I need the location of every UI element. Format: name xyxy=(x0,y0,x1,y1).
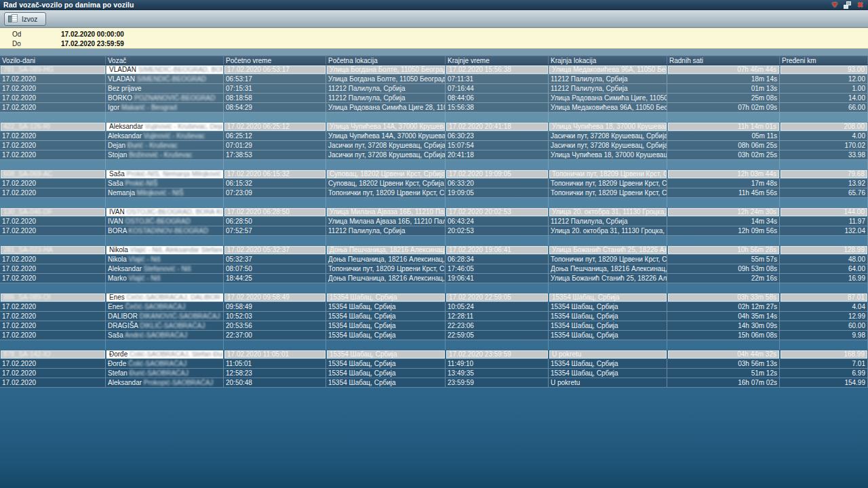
cell-end-location[interactable]: 15354 Шабац, Србија xyxy=(549,312,667,321)
group-summary-row[interactable]: 608_ŠA-069-ACSaša Prokić-NIŠ, Nemanja Mi… xyxy=(0,169,868,179)
cell-work-hours[interactable]: 04h 35m 14s xyxy=(667,312,780,321)
cell-driver[interactable]: Marko Vlajić - Niš xyxy=(106,274,224,283)
cell-km[interactable]: 7.01 xyxy=(780,359,868,368)
cell-end-time[interactable]: 06:28:34 xyxy=(446,255,549,264)
cell-start-location[interactable]: 15354 Шабац, Србија xyxy=(326,378,446,387)
cell-start-time[interactable]: 17.02.2020 05:32:37 xyxy=(224,246,326,254)
cell-start-location[interactable]: Улица Богдана Болте, 11050 Београд, Ср..… xyxy=(326,75,446,83)
cell-work-hours[interactable]: 12h 03m 44s xyxy=(668,170,779,178)
group-summary-row[interactable]: 281_ŠA-023-HANikola Vlajić - Niš, Aleksa… xyxy=(0,245,868,255)
close-icon[interactable]: ✖ xyxy=(856,1,865,9)
cell-end-time[interactable]: 07:16:44 xyxy=(446,84,549,93)
cell-end-time[interactable]: 17:46:05 xyxy=(446,264,549,273)
cell-start-time[interactable]: 17:38:53 xyxy=(224,150,326,159)
cell-end-time[interactable]: 23:59:59 xyxy=(446,378,549,387)
table-row[interactable]: 17.02.2020Igor Makarić - Beograd08:54:29… xyxy=(0,103,868,113)
table-row[interactable]: 17.02.2020Marko Vlajić - Niš18:44:25Доња… xyxy=(0,274,868,283)
cell-start-time[interactable]: 22:37:00 xyxy=(224,331,326,340)
cell-driver[interactable]: BORKO POZNANOVIĆ-BEOGRAD xyxy=(106,94,224,102)
cell-start-location[interactable]: 15354 Шабац, Србија xyxy=(326,302,446,311)
table-row[interactable]: 17.02.2020Aleksandar Vujinović - Kruševa… xyxy=(0,131,868,141)
cell-driver[interactable]: Saša Prokić-NIŠ xyxy=(106,179,224,188)
cell-driver[interactable]: VLADAN SIMENDIĆ-BEOGRAD xyxy=(106,75,224,83)
cell-start-time[interactable]: 08:54:29 xyxy=(224,103,326,112)
cell-work-hours[interactable]: 04h 44m 32s xyxy=(668,350,779,359)
cell-work-hours[interactable]: 18m 14s xyxy=(667,75,780,83)
cell-start-time[interactable]: 08:07:50 xyxy=(224,264,326,273)
cell-start-location[interactable]: 11212 Палилула, Србија xyxy=(326,84,446,93)
cell-end-time[interactable]: 20:41:18 xyxy=(446,150,549,159)
cell-start-time[interactable]: 17.02.2020 06:25:12 xyxy=(224,123,326,131)
column-header-vozilo-dani[interactable]: Vozilo-dani xyxy=(0,56,106,64)
cell-start-location[interactable]: Суповац, 18202 Црвени Крст, Србија xyxy=(326,179,446,188)
cell-driver[interactable]: BORA KOSTADINOV-BEOGRAD xyxy=(106,226,224,235)
restore-icon[interactable] xyxy=(843,1,852,9)
cell-work-hours[interactable]: 25m 08s xyxy=(667,94,780,102)
cell-km[interactable]: 65.76 xyxy=(780,188,868,197)
cell-vehicle[interactable]: 130_ŠA-046-DF xyxy=(1,208,105,216)
cell-start-location[interactable]: Суповац, 18202 Црвени Крст, Србија xyxy=(327,170,445,178)
filter-do-value[interactable]: 17.02.2020 23:59:59 xyxy=(61,40,124,47)
cell-driver[interactable]: Đorđe Čolić-SAOBRAĆAJ xyxy=(106,359,224,368)
cell-start-location[interactable]: Топонички пут, 18209 Црвени Крст, Србија xyxy=(326,188,446,197)
cell-km[interactable]: 208.00 xyxy=(781,123,867,131)
cell-end-location[interactable]: Улица Чупићева 18, 37000 Крушевац, Срб..… xyxy=(549,150,667,159)
table-row[interactable]: 17.02.2020Nikola Vlajić - Niš05:32:37Доњ… xyxy=(0,255,868,264)
cell-end-time[interactable]: 15:56:38 xyxy=(446,103,549,112)
cell-km[interactable]: 132.04 xyxy=(780,226,868,235)
cell-end-location[interactable]: Топонички пут, 18209 Црвени Крст, Србија xyxy=(549,188,667,197)
table-row[interactable]: 17.02.2020Stefan Đurić-SAOBRAĆAJ12:58:23… xyxy=(0,369,868,378)
cell-date[interactable]: 17.02.2020 xyxy=(0,75,106,83)
minimize-icon[interactable] xyxy=(830,1,839,9)
cell-start-time[interactable]: 20:53:56 xyxy=(224,321,326,330)
cell-driver[interactable]: DRAGIŠA DIKLIĆ-SAOBRAĆAJ xyxy=(106,321,224,330)
cell-end-location[interactable]: 15354 Шабац, Србија xyxy=(549,331,667,340)
cell-start-time[interactable]: 06:53:17 xyxy=(224,75,326,83)
cell-end-location[interactable]: Улица Медаковићева 96А, 11050 Београд... xyxy=(549,66,667,74)
cell-work-hours[interactable]: 05m 11s xyxy=(667,131,780,140)
cell-end-location[interactable]: Доња Пешчаница, 18216 Алексинац, Срб... xyxy=(549,264,667,273)
group-summary-row[interactable]: 422_ŠA-126-RIAleksandar Vujinović - Kruš… xyxy=(0,122,868,131)
cell-start-location[interactable]: Улица Милана Ајваза 16Б, 11210 Палилу... xyxy=(326,217,446,226)
cell-end-location[interactable]: 15354 Шабац, Србија xyxy=(549,321,667,330)
cell-driver[interactable]: Stefan Đurić-SAOBRAĆAJ xyxy=(106,369,224,378)
cell-start-location[interactable]: Доња Пешчаница, 18216 Алексинац, Срб... xyxy=(326,255,446,264)
cell-work-hours[interactable]: 10h 56m 28s xyxy=(668,246,779,254)
cell-km[interactable]: 66.00 xyxy=(780,103,868,112)
cell-date[interactable]: 17.02.2020 xyxy=(0,131,106,140)
cell-km[interactable]: 144.00 xyxy=(781,208,867,216)
cell-start-location[interactable]: Улица Чупићева 14А, 37000 Крушевац, Ср..… xyxy=(327,123,445,131)
cell-start-time[interactable]: 06:28:50 xyxy=(224,217,326,226)
cell-date[interactable]: 17.02.2020 xyxy=(0,302,106,311)
cell-end-location[interactable]: Улица 20. октобра 31, 11130 Гроцка, Срб.… xyxy=(549,226,667,235)
cell-work-hours[interactable]: 03h 02m 25s xyxy=(667,150,780,159)
table-row[interactable]: 17.02.2020Đorđe Čolić-SAOBRAĆAJ11:05:011… xyxy=(0,359,868,369)
cell-km[interactable]: 14.00 xyxy=(780,94,868,102)
cell-drivers[interactable]: Aleksandar Vujinović - Kruševac, Dejan Đ… xyxy=(106,123,223,131)
cell-start-location[interactable]: Јасички пут, 37208 Крушевац, Србија xyxy=(326,141,446,150)
cell-start-time[interactable]: 11:05:01 xyxy=(224,359,326,368)
cell-end-time[interactable]: 15:07:54 xyxy=(446,141,549,150)
cell-end-location[interactable]: Улица Божанић Станић 25, 18226 Алекси... xyxy=(549,246,667,254)
cell-drivers[interactable]: Saša Prokić-NIŠ, Nemanja Milojković - NI… xyxy=(106,170,223,178)
cell-work-hours[interactable]: 14m 34s xyxy=(667,217,780,226)
cell-end-location[interactable]: 15354 Шабац, Србија xyxy=(549,359,667,368)
cell-start-time[interactable]: 09:58:49 xyxy=(224,302,326,311)
cell-start-time[interactable]: 07:23:09 xyxy=(224,188,326,197)
cell-work-hours[interactable]: 55m 57s xyxy=(667,255,780,264)
cell-work-hours[interactable]: 08h 06m 25s xyxy=(667,141,780,150)
cell-date[interactable]: 17.02.2020 xyxy=(0,321,106,330)
cell-end-time[interactable]: 17.02.2020 23:59:59 xyxy=(446,350,548,359)
cell-work-hours[interactable]: 12h 24m 30s xyxy=(668,208,779,216)
group-summary-row[interactable]: 781_ŠA-089-HGVLADAN SIMENDIĆ-BEOGRAD, BO… xyxy=(0,65,868,75)
column-header-krajnje-vreme[interactable]: Krajnje vreme xyxy=(446,56,549,64)
cell-start-time[interactable]: 18:44:25 xyxy=(224,274,326,283)
cell-start-time[interactable]: 06:15:32 xyxy=(224,179,326,188)
column-header-predjeni-km[interactable]: Pređeni km xyxy=(780,56,868,64)
cell-date[interactable]: 17.02.2020 xyxy=(0,141,106,150)
group-summary-row[interactable]: 886_ŠA-089-OIEnes Čečić-SAOBRAĆAJ, DALIB… xyxy=(0,293,868,302)
cell-work-hours[interactable]: 03h 33m 58s xyxy=(668,293,779,302)
cell-end-time[interactable]: 06:33:20 xyxy=(446,179,549,188)
cell-end-time[interactable]: 17.02.2020 15:56:38 xyxy=(446,66,548,74)
table-row[interactable]: 17.02.2020Stojan Božinović - Kruševac17:… xyxy=(0,150,868,160)
